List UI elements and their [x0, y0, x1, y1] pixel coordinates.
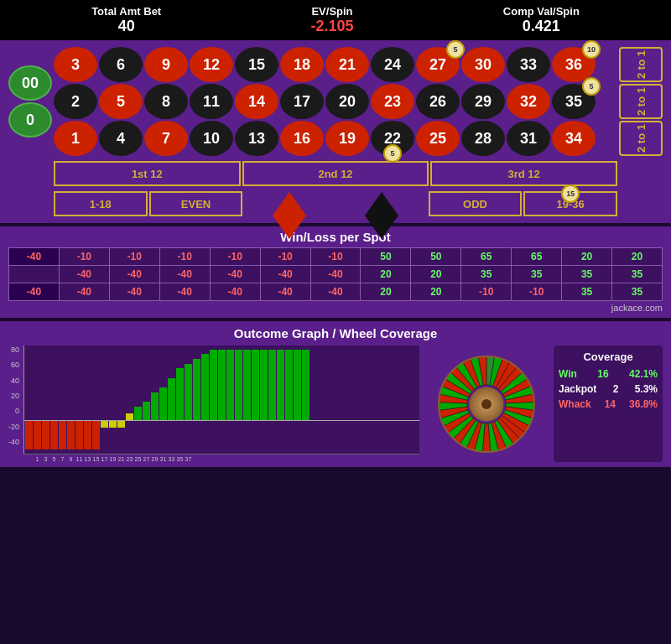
total-amt-bet-value: 40: [91, 18, 161, 35]
bet-even[interactable]: EVEN: [149, 191, 243, 216]
wl-row-2: -40 -40 -40 -40 -40 -40 20 20 35 35 35 3…: [9, 266, 663, 283]
cell-7[interactable]: 7: [144, 121, 188, 156]
cell-10[interactable]: 10: [190, 121, 233, 156]
cell-6[interactable]: 6: [99, 47, 143, 82]
bar: [193, 345, 200, 454]
bar: [134, 345, 142, 454]
bar: [50, 345, 58, 454]
cell-14[interactable]: 14: [235, 84, 278, 119]
cell-23[interactable]: 23: [371, 84, 414, 119]
bar: [84, 345, 91, 454]
bar: [126, 345, 133, 454]
bar: [143, 345, 150, 454]
cell-34[interactable]: 34: [552, 121, 596, 156]
cell-9[interactable]: 9: [144, 47, 188, 82]
wl-cell: -40: [310, 266, 361, 283]
wl-cell: -10: [260, 248, 310, 266]
side-bet-2to1-mid[interactable]: 2 to 1: [619, 84, 663, 119]
coverage-win-row: Win 16 42.1%: [559, 368, 658, 380]
dozen-1st[interactable]: 1st 12: [54, 161, 241, 186]
bet-black[interactable]: [336, 190, 427, 218]
wl-cell: -10: [461, 283, 512, 301]
cell-00[interactable]: 00: [8, 65, 52, 101]
cell-24[interactable]: 24: [371, 47, 414, 82]
cell-31[interactable]: 31: [507, 121, 550, 156]
cell-18[interactable]: 18: [280, 47, 324, 82]
bar: [109, 345, 117, 454]
cell-16[interactable]: 16: [280, 121, 324, 156]
dozen-2nd[interactable]: 2nd 12: [242, 161, 429, 186]
wl-cell: 20: [562, 248, 612, 266]
cell-20[interactable]: 20: [325, 84, 369, 119]
chip-27: 5: [446, 40, 465, 59]
bar: [268, 345, 276, 454]
cell-11[interactable]: 11: [190, 84, 233, 119]
dozen-3rd[interactable]: 3rd 12: [430, 161, 617, 186]
wl-cell: -40: [9, 248, 60, 266]
wl-cell: 65: [461, 248, 512, 266]
roulette-table: 00 0 3 6 9 12 15 18 21 24 27 5 30 33: [0, 40, 671, 223]
wl-cell: -40: [59, 266, 109, 283]
bar: [252, 345, 259, 454]
cell-5[interactable]: 5: [99, 84, 143, 119]
wl-cell: -10: [109, 248, 159, 266]
cell-35[interactable]: 35 5: [552, 84, 596, 119]
cell-30[interactable]: 30: [461, 47, 505, 82]
coverage-panel: Coverage Win 16 42.1% Jackpot 2 5.3% Wha…: [554, 345, 663, 462]
bar: [243, 345, 251, 454]
wl-cell: 35: [562, 266, 612, 283]
cell-29[interactable]: 29: [461, 84, 505, 119]
coverage-whack-row: Whack 14 36.8%: [559, 398, 658, 410]
wl-cell: -40: [109, 283, 159, 301]
cell-19[interactable]: 19: [325, 121, 369, 156]
bet-1-18[interactable]: 1-18: [54, 191, 148, 216]
x-labels: 1 3 5 7 9 11 13 15 17 19 21 23 25 27 29 …: [8, 456, 419, 462]
chip-36: 10: [582, 40, 601, 59]
cell-17[interactable]: 17: [280, 84, 324, 119]
cell-27[interactable]: 27 5: [416, 47, 460, 82]
bar: [294, 345, 301, 454]
wl-cell: -40: [109, 266, 159, 283]
comp-val-value: 0.421: [503, 18, 580, 35]
cell-15[interactable]: 15: [235, 47, 278, 82]
bet-red[interactable]: [244, 190, 335, 218]
cell-1[interactable]: 1: [54, 121, 97, 156]
coverage-win-pct: 42.1%: [629, 368, 658, 380]
bar: [168, 345, 175, 454]
bar: [260, 345, 268, 454]
cell-8[interactable]: 8: [144, 84, 188, 119]
cell-21[interactable]: 21: [325, 47, 369, 82]
side-bet-2to1-bot[interactable]: 2 to 1: [619, 121, 663, 156]
wl-cell: -40: [260, 266, 310, 283]
bet-19-36[interactable]: 19-36 15: [523, 191, 617, 216]
bar: [67, 345, 75, 454]
bar: [151, 345, 159, 454]
winloss-table: -40 -10 -10 -10 -10 -10 -10 50 50 65 65 …: [8, 247, 663, 301]
coverage-whack-pct: 36.8%: [629, 398, 658, 410]
bar: [34, 345, 41, 454]
cell-4[interactable]: 4: [99, 121, 143, 156]
wl-cell: -40: [59, 283, 109, 301]
total-amt-bet-section: Total Amt Bet 40: [91, 5, 161, 35]
cell-33[interactable]: 33: [507, 47, 550, 82]
side-bet-2to1-top[interactable]: 2 to 1: [619, 47, 663, 82]
wl-row-1: -40 -10 -10 -10 -10 -10 -10 50 50 65 65 …: [9, 248, 663, 266]
wl-cell: 35: [612, 283, 663, 301]
cell-22[interactable]: 22 5: [371, 121, 414, 156]
cell-25[interactable]: 25: [416, 121, 460, 156]
wl-cell: -40: [159, 283, 210, 301]
bet-odd[interactable]: ODD: [429, 191, 523, 216]
bar: [25, 345, 33, 454]
cell-2[interactable]: 2: [54, 84, 97, 119]
cell-12[interactable]: 12: [190, 47, 233, 82]
cell-0[interactable]: 0: [8, 102, 52, 138]
wl-cell: [9, 266, 60, 283]
cell-3[interactable]: 3: [54, 47, 97, 82]
cell-13[interactable]: 13: [235, 121, 278, 156]
bar: [59, 345, 66, 454]
cell-32[interactable]: 32: [507, 84, 550, 119]
cell-26[interactable]: 26: [416, 84, 460, 119]
coverage-win-label: Win: [559, 368, 577, 380]
cell-28[interactable]: 28: [461, 121, 505, 156]
bar: [277, 345, 284, 454]
